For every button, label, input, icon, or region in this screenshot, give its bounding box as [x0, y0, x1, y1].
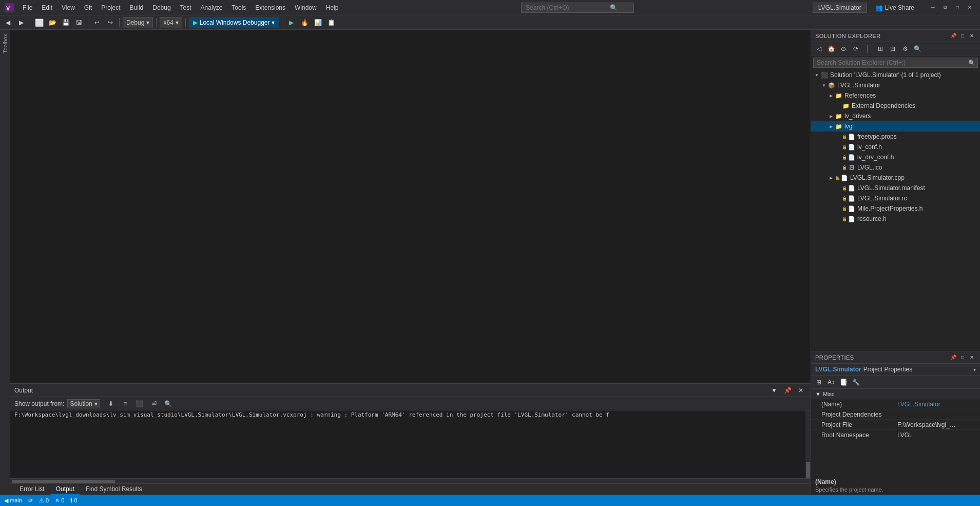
props-pages-btn[interactable]: 📑 — [838, 377, 849, 388]
tree-freetype-props[interactable]: 🔒 📄 freetype.props — [811, 132, 980, 142]
se-maximize-btn[interactable]: □ — [958, 32, 967, 40]
tree-lvgl-sim-rc[interactable]: 🔒 📄 LVGL.Simulator.rc — [811, 193, 980, 203]
props-categories-btn[interactable]: ⊞ — [813, 377, 824, 388]
menu-window[interactable]: Window — [291, 3, 321, 12]
menu-extensions[interactable]: Extensions — [251, 3, 290, 12]
se-settings-btn[interactable]: ⚙ — [899, 43, 911, 54]
se-sync-btn[interactable]: ◁ — [813, 43, 824, 54]
se-home-btn[interactable]: 🏠 — [825, 43, 837, 54]
output-close-btn[interactable]: ✕ — [795, 385, 806, 396]
props-alpha-btn[interactable]: A↕ — [825, 377, 837, 388]
live-share-button[interactable]: 👥 Live Share — [871, 3, 918, 12]
back-button[interactable]: ◀ — [2, 17, 13, 28]
maximize-button[interactable]: □ — [951, 3, 964, 13]
status-warnings[interactable]: ⚠ 0 — [39, 497, 49, 504]
tree-resource-h[interactable]: 🔒 📄 resource.h — [811, 214, 980, 224]
status-errors[interactable]: ✕ 0 — [55, 497, 64, 504]
output-source-dropdown[interactable]: Solution ▾ — [67, 399, 100, 408]
freetype-lock-icon: 🔒 — [842, 135, 847, 139]
output-pin-btn[interactable]: 📌 — [782, 385, 793, 396]
output-hscrollbar[interactable] — [10, 478, 811, 483]
fire-button[interactable]: 🔥 — [299, 17, 310, 28]
continue-button[interactable]: ▶ — [285, 17, 297, 28]
se-pending-btn[interactable]: ⊙ — [838, 43, 849, 54]
tree-lvgl[interactable]: ▶ 📁 lvgl — [811, 121, 980, 132]
output-scrollbar[interactable] — [805, 410, 811, 478]
se-pin-btn[interactable]: 📌 — [949, 32, 957, 40]
menu-project[interactable]: Project — [97, 3, 124, 12]
tab-output[interactable]: Output — [51, 484, 80, 495]
title-search-input[interactable] — [526, 4, 608, 11]
se-refresh-btn[interactable]: ⟳ — [850, 43, 861, 54]
props-dropdown-icon[interactable]: ▾ — [973, 367, 976, 372]
menu-help[interactable]: Help — [322, 3, 343, 12]
se-view2-btn[interactable]: ⊟ — [887, 43, 898, 54]
output-clear-btn[interactable]: ⬛ — [134, 398, 145, 409]
tree-project-root[interactable]: ▼ 📦 LVGL.Simulator — [811, 80, 980, 90]
se-search-box[interactable]: 🔍 — [813, 58, 978, 68]
save-button[interactable]: 💾 — [60, 17, 71, 28]
close-button[interactable]: ✕ — [964, 3, 976, 13]
mile-props-file-icon: 📄 — [848, 204, 856, 213]
props-maximize-btn[interactable]: □ — [958, 353, 967, 362]
toolbar-extra-1[interactable]: 📊 — [312, 17, 323, 28]
menu-edit[interactable]: Edit — [37, 3, 56, 12]
tree-references[interactable]: ▶ 📁 References — [811, 90, 980, 101]
status-branch[interactable]: ◀ main — [4, 497, 22, 504]
tree-mile-props[interactable]: 🔒 📄 Mile.ProjectProperties.h — [811, 203, 980, 214]
tree-lvgl-sim-manifest[interactable]: 🔒 📄 LVGL.Simulator.manifest — [811, 183, 980, 193]
menu-test[interactable]: Test — [176, 3, 196, 12]
props-section-misc[interactable]: ▼ Misc — [811, 389, 980, 399]
menu-view[interactable]: View — [57, 3, 79, 12]
toolbar-extra-2[interactable]: 📋 — [325, 17, 337, 28]
tree-lvgl-sim-cpp[interactable]: ▶ 🔒 📄 LVGL.Simulator.cpp — [811, 173, 980, 183]
platform-dropdown[interactable]: x64 ▾ — [160, 17, 182, 28]
props-close-btn[interactable]: ✕ — [968, 353, 976, 362]
tree-lv-conf[interactable]: 🔒 📄 lv_conf.h — [811, 142, 980, 152]
menu-debug[interactable]: Debug — [148, 3, 175, 12]
restore-button[interactable]: ⧉ — [939, 3, 951, 13]
lv-conf-lock-icon: 🔒 — [842, 145, 847, 149]
open-button[interactable]: 📂 — [47, 17, 58, 28]
save-all-button[interactable]: 🖫 — [73, 17, 85, 28]
se-close-btn[interactable]: ✕ — [968, 32, 976, 40]
lvgl-ico-label: LVGL.ico — [857, 164, 882, 171]
props-pin-btn[interactable]: 📌 — [949, 353, 957, 362]
debug-config-dropdown[interactable]: Debug ▾ — [123, 17, 153, 28]
output-filter-btn[interactable]: ≡ — [120, 398, 131, 409]
tree-ext-deps[interactable]: 📁 External Dependencies — [811, 101, 980, 111]
tree-lv-drivers[interactable]: ▶ 📁 lv_drivers — [811, 111, 980, 121]
tab-find-symbol[interactable]: Find Symbol Results — [81, 484, 147, 495]
start-debug-button[interactable]: ▶ Local Windows Debugger ▾ — [189, 17, 279, 28]
output-wrap-btn[interactable]: ⏎ — [148, 398, 160, 409]
minimize-button[interactable]: ─ — [927, 3, 939, 13]
tree-solution-root[interactable]: ▼ ⬛ Solution 'LVGL.Simulator' (1 of 1 pr… — [811, 70, 980, 80]
new-project-button[interactable]: ⬜ — [33, 17, 45, 28]
references-label: References — [844, 92, 876, 99]
se-search-input[interactable] — [814, 58, 966, 67]
se-view1-btn[interactable]: ⊞ — [875, 43, 886, 54]
status-info[interactable]: ℹ 0 — [70, 497, 77, 504]
forward-button[interactable]: ▶ — [15, 17, 27, 28]
menu-tools[interactable]: Tools — [227, 3, 250, 12]
se-search-btn[interactable]: 🔍 — [912, 43, 923, 54]
output-content: F:\Workspace\lvgl_downloads\lv_sim_visua… — [10, 410, 805, 478]
props-wrench-btn[interactable]: 🔧 — [850, 377, 861, 388]
status-sync[interactable]: ⟳ — [28, 497, 33, 504]
menu-build[interactable]: Build — [126, 3, 148, 12]
output-copy-btn[interactable]: ⬇ — [105, 398, 117, 409]
title-search-box[interactable]: 🔍 — [521, 3, 634, 13]
undo-button[interactable]: ↩ — [91, 17, 103, 28]
redo-button[interactable]: ↪ — [105, 17, 116, 28]
menu-analyze[interactable]: Analyze — [197, 3, 227, 12]
output-scrollbar-thumb[interactable] — [806, 462, 810, 478]
output-hscrollbar-thumb[interactable] — [12, 480, 115, 483]
toolbox-label[interactable]: Toolbox — [1, 32, 9, 55]
tab-error-list[interactable]: Error List — [14, 484, 50, 495]
menu-file[interactable]: File — [18, 3, 36, 12]
output-find-btn[interactable]: 🔍 — [163, 398, 174, 409]
tree-lvgl-ico[interactable]: 🔒 🖼 LVGL.ico — [811, 162, 980, 173]
tree-lv-drv-conf[interactable]: 🔒 📄 lv_drv_conf.h — [811, 152, 980, 162]
menu-git[interactable]: Git — [80, 3, 96, 12]
output-btn-1[interactable]: ▼ — [768, 385, 780, 396]
